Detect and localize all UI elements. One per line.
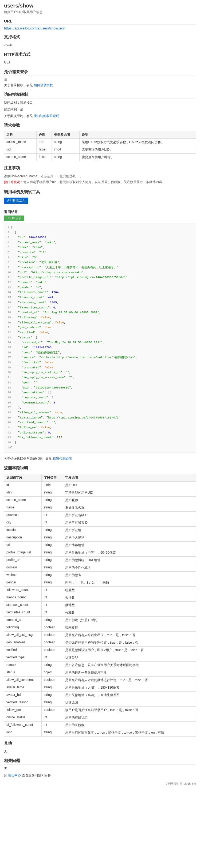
table-row: created_atstring用户创建（注册）时间 — [4, 616, 196, 624]
field-desc: 用户头像地址（大图），180×180像素 — [63, 684, 196, 691]
rate-limit-section: 访问授权限制 访问级别：普通接口 频次限制：是 关于频次限制，参见 接口访问权限… — [4, 92, 196, 119]
table-row: idint64用户UID — [4, 482, 196, 489]
url-section: URL https://api.weibo.com/2/users/show.j… — [4, 19, 196, 30]
field-name: lang — [4, 729, 42, 736]
field-desc: 用户博客地址 — [63, 541, 196, 549]
field-name: avatar_large — [4, 684, 42, 691]
auth-note: 关于登录授权，参见 — [4, 83, 34, 87]
example-heading: 调用样例及调试工具 — [4, 190, 196, 196]
request-params-section: 请求参数 名称 必选 类型及说明 说明 access_token true st… — [4, 123, 196, 161]
col-name: 名称 — [4, 131, 37, 139]
http-method-section: HTTP请求方式 GET — [4, 52, 196, 65]
param-desc: 采用OAuth授权方式为必填参数，OAuth未授权访问访客。 — [79, 139, 196, 146]
auth-section: 是否需要登录 是 关于登录授权，参见 如何登录授权 — [4, 69, 196, 88]
field-name: bi_followers_count — [4, 721, 42, 729]
table-row: langstring用户当前的语言版本，zh-cn：简体中文，zh-tw：繁体中… — [4, 729, 196, 736]
field-type: int — [42, 594, 63, 601]
col-field: 返回值字段 — [4, 474, 42, 482]
param-type: string — [52, 154, 79, 161]
param-desc: 需要查询的用户UID。 — [79, 146, 196, 154]
param-required: true — [37, 139, 52, 146]
other-section: 其他 无 — [4, 741, 196, 754]
table-row: verified_reasonstring认证原因 — [4, 699, 196, 706]
url-link[interactable]: https://api.weibo.com/2/users/show.json — [4, 26, 65, 30]
related-link[interactable]: 论坛中心 — [8, 774, 21, 777]
param-required: false — [37, 154, 52, 161]
field-desc: 用户所在地 — [63, 526, 196, 534]
auth-link[interactable]: 如何登录授权 — [34, 83, 53, 87]
http-method-value: GET — [4, 60, 196, 65]
table-row: statusobject用户的最近一条微博信息字段 — [4, 669, 196, 676]
field-name: favourites_count — [4, 609, 42, 616]
param-name: uid — [4, 146, 37, 154]
field-desc: 认证原因 — [63, 699, 196, 706]
format-value: JSON — [4, 42, 196, 48]
field-name: city — [4, 519, 42, 526]
field-desc: 性别，m：男、f：女、n：未知 — [63, 579, 196, 586]
table-row: access_token true string 采用OAuth授权方式为必填参… — [4, 139, 196, 146]
field-desc: 是否是微博认证用户，即加V用户，true：是，false：否 — [63, 646, 196, 654]
field-name: verified_type — [4, 654, 42, 661]
table-row: locationstring用户所在地 — [4, 526, 196, 534]
table-row: genderstring性别，m：男、f：女、n：未知 — [4, 579, 196, 586]
url-heading: URL — [4, 19, 196, 25]
field-name: description — [4, 534, 42, 541]
field-type: string — [42, 549, 63, 556]
field-type: int — [42, 601, 63, 609]
return-fields-section: 返回字段说明 返回值字段 字段类型 字段说明 idint64用户UIDidstr… — [4, 466, 196, 737]
table-row: avatar_hdstring用户头像地址（高清），高清头像原图 — [4, 691, 196, 699]
table-row: avatar_largestring用户头像地址（大图），180×180像素 — [4, 684, 196, 691]
rate-limit-link[interactable]: 接口访问权限说明 — [34, 114, 59, 118]
table-row: profile_image_urlstring用户头像地址（中等），50×50像… — [4, 549, 196, 556]
field-name: idstr — [4, 489, 42, 496]
http-method-heading: HTTP请求方式 — [4, 52, 196, 58]
field-type: boolean — [42, 624, 63, 631]
table-row: screen_namestring用户昵称 — [4, 496, 196, 504]
rate-limit-heading: 访问授权限制 — [4, 92, 196, 98]
field-desc: 暂未支持 — [63, 624, 196, 631]
field-name: id — [4, 482, 42, 489]
related-section: 相关问题 无 到 论坛中心 查看更多问题和回答 — [4, 758, 196, 778]
param-type: int64 — [52, 146, 79, 154]
field-type: string — [42, 534, 63, 541]
field-desc: 用户头像地址（高清），高清头像原图 — [63, 691, 196, 699]
field-desc: 粉丝数 — [63, 586, 196, 594]
table-row: friends_countint关注数 — [4, 594, 196, 601]
pagination-note-link[interactable]: 错误代码说明 — [53, 457, 72, 461]
limit-type: 频次限制：是 — [4, 107, 196, 112]
field-type: object — [42, 669, 63, 676]
table-row: statuses_countint微博数 — [4, 601, 196, 609]
table-row: idstrstring字符串型的用户UID — [4, 489, 196, 496]
params-heading: 请求参数 — [4, 123, 196, 129]
field-name: avatar_hd — [4, 691, 42, 699]
field-desc: 用户所在城市ID — [63, 519, 196, 526]
field-name: created_at — [4, 616, 42, 624]
table-row: follow_meboolean该用户是否关注当前登录用户，true：是，fal… — [4, 706, 196, 714]
page-subtitle: 根据用户ID获取某用户信息 — [4, 10, 196, 14]
field-name: screen_name — [4, 496, 42, 504]
json-code-block: 1 [ 2 { 3 "id": 1404376560, 4 "screen_na… — [4, 223, 196, 453]
table-row: descriptionstring用户个人描述 — [4, 534, 196, 541]
api-tool-link[interactable]: API调试工具 — [4, 197, 28, 204]
param-required: false — [37, 146, 52, 154]
field-name: online_status — [4, 714, 42, 721]
other-heading: 其他 — [4, 741, 196, 747]
field-type: string — [42, 541, 63, 549]
table-row: profile_urlstring用户的微博统一URL地址 — [4, 556, 196, 564]
field-desc: 用户UID — [63, 482, 196, 489]
format-section: 支持格式 JSON — [4, 34, 196, 48]
field-type: int — [42, 609, 63, 616]
field-type: string — [42, 496, 63, 504]
field-desc: 该用户是否关注当前登录用户，true：是，false：否 — [63, 706, 196, 714]
table-row: namestring友好显示名称 — [4, 504, 196, 512]
auth-heading: 是否需要登录 — [4, 69, 196, 76]
field-type: boolean — [42, 631, 63, 639]
field-name: followers_count — [4, 586, 42, 594]
field-desc: 用户备注信息，只有在查询用户关系时才返回此字段 — [63, 661, 196, 669]
field-type: int — [42, 512, 63, 519]
field-name: verified — [4, 646, 42, 654]
field-desc: 是否允许所有人对我的微博进行评论，true：是，false：否 — [63, 676, 196, 684]
field-type: string — [42, 661, 63, 669]
page-header: users/show 根据用户ID获取某用户信息 — [4, 3, 196, 14]
field-name: follow_me — [4, 706, 42, 714]
